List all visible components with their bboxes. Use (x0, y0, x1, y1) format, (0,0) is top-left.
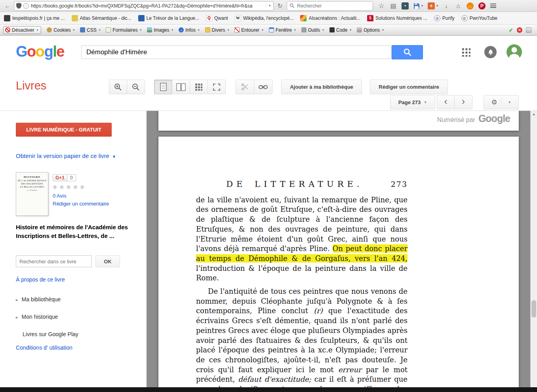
running-title: DE LITTERATURE. (198, 179, 391, 189)
google-play-books-link[interactable]: Livres sur Google Play (23, 331, 78, 337)
write-review-link[interactable]: Rédiger un commentaire (53, 201, 109, 207)
url-dropdown-icon[interactable]: ▼ (266, 4, 271, 8)
webdev-images-menu[interactable]: Images (147, 27, 173, 33)
gplus-one-button[interactable]: G+1 0 (53, 174, 76, 181)
star-rating[interactable]: ★★★★★ (52, 183, 86, 191)
scrollbar-thumb[interactable] (531, 300, 536, 318)
search-ok-button[interactable]: OK (95, 255, 120, 267)
book-page-scan[interactable]: DE LITTERATURE. 273 de la ville n'avoien… (158, 137, 519, 387)
bookmark-item[interactable]: 5Solutions Numériques ... (367, 15, 427, 21)
wrench-icon (301, 27, 307, 32)
scrapbook-dropdown-icon[interactable]: ▾ (436, 4, 438, 8)
pencil-icon (234, 27, 240, 32)
bookmark-item[interactable]: ◍Purify (434, 15, 455, 21)
terms-link[interactable]: Conditions d' utilisation (16, 344, 72, 351)
webdev-options-menu[interactable]: Options (357, 27, 384, 33)
downloads-icon[interactable]: ↓ (443, 2, 450, 9)
webdev-tools-menu[interactable]: Outils (301, 27, 324, 33)
previous-page-button[interactable]: ‹ (437, 95, 455, 109)
add-to-library-button[interactable]: Ajouter à ma bibliothèque (281, 80, 362, 94)
google-search-button[interactable] (392, 45, 423, 59)
bookmark-item[interactable]: Alsacréations : Actualit... (300, 15, 360, 21)
my-library-item[interactable]: Ma bibliothèque (16, 296, 61, 303)
clip-button[interactable] (236, 80, 254, 94)
google-header: Google (0, 36, 537, 70)
fullscreen-button[interactable] (208, 80, 226, 94)
info-icon: i (179, 27, 184, 32)
screen: ← i https://books.google.fr/books?id=mvQ… (0, 0, 537, 392)
globe-favicon: ◍ (461, 15, 468, 21)
link-button[interactable] (254, 80, 272, 94)
reviews-count-link[interactable]: 0 Avis (53, 193, 66, 199)
scrapbook-plus-icon[interactable]: + (428, 2, 435, 10)
paragraph: De l'antiquité de tous ces peintres que … (196, 287, 408, 387)
browser-search-bar[interactable] (287, 1, 373, 11)
google-search-input[interactable] (81, 46, 391, 59)
bookmark-item[interactable]: WWikipédia, l'encyclopé... (235, 15, 294, 21)
webdev-viewsource-menu[interactable]: Code (329, 27, 351, 33)
notifications-bell-icon[interactable] (484, 46, 497, 58)
content-area: LIVRE NUMÉRIQUE - GRATUIT Obtenir la ver… (0, 111, 537, 387)
url-text[interactable]: https://books.google.fr/books?id=mvQXMDF… (31, 3, 264, 9)
about-book-link[interactable]: À propos de ce livre (16, 276, 65, 283)
tracking-shield-icon[interactable] (16, 3, 21, 9)
single-page-view-button[interactable] (154, 80, 172, 94)
save-page-icon[interactable] (413, 3, 420, 9)
bookmark-star-icon[interactable]: ☆ (378, 2, 385, 10)
fullscreen-icon (213, 83, 221, 91)
webdev-cookies-menu[interactable]: Cookies (47, 27, 74, 33)
valid-check-icon[interactable]: ✓ (508, 27, 513, 33)
toolbar-options-icon[interactable] (526, 27, 531, 33)
bookmark-item[interactable]: lespetitspois.fr | ça me ... (4, 15, 65, 21)
two-page-view-button[interactable] (172, 80, 190, 94)
bookmark-item[interactable]: ◍PwnYouTube (461, 15, 498, 21)
menu-icon[interactable] (490, 4, 496, 8)
webdev-disable-menu[interactable]: Désactiver (3, 26, 41, 34)
site-info-icon[interactable]: i (23, 3, 29, 9)
browser-search-input[interactable] (297, 3, 370, 9)
page-selector-dropdown[interactable]: Page 273▼ (390, 95, 435, 109)
pocket-icon[interactable]: ▾ (402, 2, 409, 10)
search-in-book: OK (16, 255, 120, 267)
google-logo[interactable]: Google (16, 43, 64, 60)
address-bar[interactable]: i https://books.google.fr/books?id=mvQXM… (14, 1, 274, 11)
webdev-resize-menu[interactable]: Fenêtre (269, 27, 296, 33)
webdev-forms-menu[interactable]: Formulaires (106, 27, 141, 33)
gear-icon: ⚙ (491, 98, 497, 107)
bookmarks-list-icon[interactable]: ▤ (390, 2, 397, 10)
favicon (300, 15, 307, 21)
book-cover-thumbnail[interactable]: HISTOIRE DE L'ACADEMIE ROYALE DES INSCRI… (16, 172, 48, 216)
webdev-info-menu[interactable]: iInfos (179, 27, 200, 33)
get-print-version-link[interactable]: Obtenir la version papier de ce livre (16, 152, 116, 159)
settings-dropdown[interactable]: ⚙▼ (484, 95, 519, 109)
scroll-up-arrow[interactable]: ▲ (531, 111, 537, 117)
vertical-scrollbar[interactable]: ▲ (530, 111, 537, 387)
home-icon[interactable]: ⌂ (455, 2, 462, 9)
save-dropdown-icon[interactable]: ▾ (421, 4, 423, 8)
zoom-in-button[interactable] (109, 80, 127, 94)
apps-grid-icon[interactable] (461, 48, 470, 57)
page-viewer[interactable]: Numérisé par Google DE LITTERATURE. 273 … (147, 111, 537, 387)
chat-addon-icon[interactable]: … (467, 2, 474, 10)
write-review-button[interactable]: Rédiger un commentaire (370, 80, 448, 94)
navbar-action-icons: ☆ ▤ ▾ ▾ + ▾ ↓ ⌂ … P (378, 2, 496, 10)
error-cross-icon[interactable]: ✕ (517, 27, 522, 33)
pinterest-icon[interactable]: P (478, 2, 486, 10)
webdev-css-menu[interactable]: CSS (80, 27, 100, 33)
thumbnail-view-button[interactable] (190, 80, 208, 94)
gplus-count: 0 (67, 174, 76, 181)
webdev-outline-menu[interactable]: Entourer (234, 27, 263, 33)
webdev-misc-menu[interactable]: Divers (205, 27, 229, 33)
favicon: Q (206, 15, 212, 21)
free-ebook-button[interactable]: LIVRE NUMÉRIQUE - GRATUIT (16, 123, 112, 137)
bookmark-item[interactable]: Le Trésor de la Langue... (138, 15, 199, 21)
reload-button[interactable]: ↻ (275, 1, 285, 11)
bookmark-item[interactable]: Atlas Sémantique - dic... (72, 15, 131, 21)
back-button[interactable]: ← (2, 1, 13, 11)
next-page-button[interactable]: › (454, 95, 472, 109)
account-avatar[interactable] (507, 44, 522, 60)
zoom-out-button[interactable] (127, 80, 145, 94)
search-in-book-input[interactable] (16, 255, 92, 267)
bookmark-item[interactable]: QQwant (206, 15, 228, 21)
my-history-item[interactable]: Mon historique (16, 314, 58, 320)
